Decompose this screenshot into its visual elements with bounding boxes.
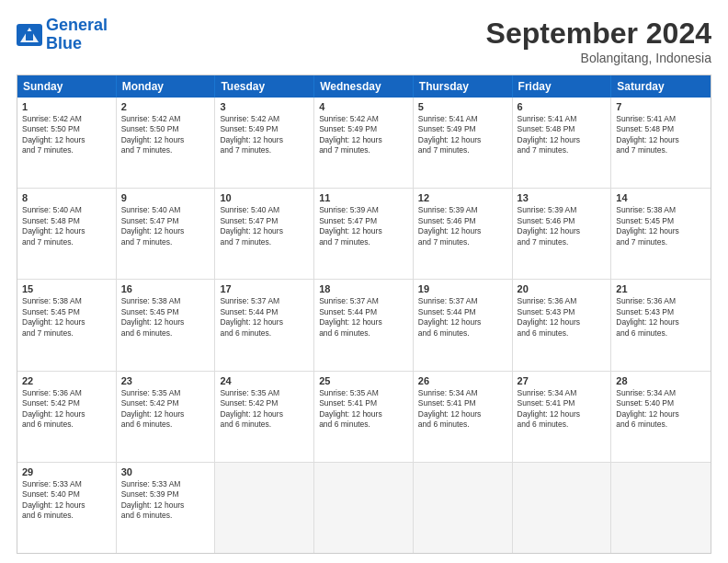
day-number: 6 — [518, 101, 607, 112]
header-day-wednesday: Wednesday — [314, 75, 414, 98]
day-number: 7 — [616, 101, 706, 112]
day-cell-30: 30Sunrise: 5:33 AM Sunset: 5:39 PM Dayli… — [117, 463, 216, 553]
header-day-tuesday: Tuesday — [215, 75, 314, 98]
day-cell-27: 27Sunrise: 5:34 AM Sunset: 5:41 PM Dayli… — [513, 372, 612, 462]
day-cell-3: 3Sunrise: 5:42 AM Sunset: 5:49 PM Daylig… — [215, 98, 314, 188]
empty-cell — [414, 463, 513, 553]
calendar-row-5: 29Sunrise: 5:33 AM Sunset: 5:40 PM Dayli… — [17, 463, 711, 553]
day-number: 19 — [418, 283, 507, 294]
calendar-body: 1Sunrise: 5:42 AM Sunset: 5:50 PM Daylig… — [17, 98, 711, 553]
day-cell-6: 6Sunrise: 5:41 AM Sunset: 5:48 PM Daylig… — [513, 98, 612, 188]
empty-cell — [215, 463, 314, 553]
day-info: Sunrise: 5:36 AM Sunset: 5:43 PM Dayligh… — [518, 296, 607, 339]
day-cell-29: 29Sunrise: 5:33 AM Sunset: 5:40 PM Dayli… — [17, 463, 117, 553]
day-number: 12 — [418, 192, 507, 203]
day-info: Sunrise: 5:42 AM Sunset: 5:49 PM Dayligh… — [319, 114, 408, 156]
day-cell-11: 11Sunrise: 5:39 AM Sunset: 5:47 PM Dayli… — [314, 189, 414, 279]
day-cell-2: 2Sunrise: 5:42 AM Sunset: 5:50 PM Daylig… — [117, 98, 216, 188]
day-info: Sunrise: 5:38 AM Sunset: 5:45 PM Dayligh… — [616, 205, 706, 247]
day-cell-21: 21Sunrise: 5:36 AM Sunset: 5:43 PM Dayli… — [611, 280, 711, 370]
day-number: 22 — [22, 375, 111, 386]
header-day-thursday: Thursday — [414, 75, 513, 98]
day-cell-17: 17Sunrise: 5:37 AM Sunset: 5:44 PM Dayli… — [215, 280, 314, 370]
day-info: Sunrise: 5:41 AM Sunset: 5:48 PM Dayligh… — [518, 114, 607, 156]
day-info: Sunrise: 5:40 AM Sunset: 5:47 PM Dayligh… — [121, 205, 210, 247]
day-number: 20 — [518, 283, 607, 294]
day-info: Sunrise: 5:41 AM Sunset: 5:48 PM Dayligh… — [616, 114, 706, 156]
day-number: 15 — [22, 283, 111, 294]
day-cell-13: 13Sunrise: 5:39 AM Sunset: 5:46 PM Dayli… — [513, 189, 612, 279]
day-info: Sunrise: 5:35 AM Sunset: 5:41 PM Dayligh… — [319, 388, 408, 431]
day-number: 1 — [22, 101, 111, 112]
location-title: Bolangitang, Indonesia — [486, 51, 711, 65]
day-cell-15: 15Sunrise: 5:38 AM Sunset: 5:45 PM Dayli… — [17, 280, 117, 370]
day-cell-1: 1Sunrise: 5:42 AM Sunset: 5:50 PM Daylig… — [17, 98, 117, 188]
logo-text: General Blue — [46, 17, 108, 53]
day-info: Sunrise: 5:39 AM Sunset: 5:47 PM Dayligh… — [319, 205, 408, 247]
day-info: Sunrise: 5:36 AM Sunset: 5:43 PM Dayligh… — [616, 296, 706, 339]
logo: General Blue — [17, 17, 108, 53]
day-number: 3 — [220, 101, 309, 112]
day-cell-14: 14Sunrise: 5:38 AM Sunset: 5:45 PM Dayli… — [611, 189, 711, 279]
day-number: 25 — [319, 375, 408, 386]
day-info: Sunrise: 5:33 AM Sunset: 5:40 PM Dayligh… — [22, 479, 111, 522]
day-info: Sunrise: 5:37 AM Sunset: 5:44 PM Dayligh… — [418, 296, 507, 339]
day-number: 24 — [220, 375, 309, 386]
day-cell-23: 23Sunrise: 5:35 AM Sunset: 5:42 PM Dayli… — [117, 372, 216, 462]
header-day-saturday: Saturday — [611, 75, 711, 98]
day-number: 8 — [22, 192, 111, 203]
day-info: Sunrise: 5:36 AM Sunset: 5:42 PM Dayligh… — [22, 388, 111, 431]
calendar: SundayMondayTuesdayWednesdayThursdayFrid… — [17, 75, 711, 554]
day-info: Sunrise: 5:38 AM Sunset: 5:45 PM Dayligh… — [22, 296, 111, 339]
day-cell-4: 4Sunrise: 5:42 AM Sunset: 5:49 PM Daylig… — [314, 98, 414, 188]
empty-cell — [513, 463, 612, 553]
month-title: September 2024 — [486, 17, 711, 51]
day-info: Sunrise: 5:34 AM Sunset: 5:41 PM Dayligh… — [418, 388, 507, 431]
day-number: 4 — [319, 101, 408, 112]
day-number: 13 — [518, 192, 607, 203]
calendar-row-1: 1Sunrise: 5:42 AM Sunset: 5:50 PM Daylig… — [17, 98, 711, 189]
day-cell-22: 22Sunrise: 5:36 AM Sunset: 5:42 PM Dayli… — [17, 372, 117, 462]
day-info: Sunrise: 5:42 AM Sunset: 5:50 PM Dayligh… — [121, 114, 210, 156]
empty-cell — [314, 463, 414, 553]
day-info: Sunrise: 5:41 AM Sunset: 5:49 PM Dayligh… — [418, 114, 507, 156]
header-day-sunday: Sunday — [17, 75, 117, 98]
day-number: 10 — [220, 192, 309, 203]
day-number: 30 — [121, 466, 210, 477]
day-cell-18: 18Sunrise: 5:37 AM Sunset: 5:44 PM Dayli… — [314, 280, 414, 370]
calendar-header: SundayMondayTuesdayWednesdayThursdayFrid… — [17, 75, 711, 98]
day-number: 16 — [121, 283, 210, 294]
day-cell-10: 10Sunrise: 5:40 AM Sunset: 5:47 PM Dayli… — [215, 189, 314, 279]
day-cell-20: 20Sunrise: 5:36 AM Sunset: 5:43 PM Dayli… — [513, 280, 612, 370]
day-info: Sunrise: 5:35 AM Sunset: 5:42 PM Dayligh… — [220, 388, 309, 431]
day-number: 5 — [418, 101, 507, 112]
header-day-monday: Monday — [117, 75, 216, 98]
day-cell-5: 5Sunrise: 5:41 AM Sunset: 5:49 PM Daylig… — [414, 98, 513, 188]
day-number: 28 — [616, 375, 706, 386]
day-info: Sunrise: 5:33 AM Sunset: 5:39 PM Dayligh… — [121, 479, 210, 522]
day-info: Sunrise: 5:39 AM Sunset: 5:46 PM Dayligh… — [418, 205, 507, 247]
svg-rect-2 — [26, 31, 33, 40]
day-number: 26 — [418, 375, 507, 386]
day-cell-9: 9Sunrise: 5:40 AM Sunset: 5:47 PM Daylig… — [117, 189, 216, 279]
day-cell-25: 25Sunrise: 5:35 AM Sunset: 5:41 PM Dayli… — [314, 372, 414, 462]
day-info: Sunrise: 5:35 AM Sunset: 5:42 PM Dayligh… — [121, 388, 210, 431]
day-number: 27 — [518, 375, 607, 386]
header: General Blue September 2024 Bolangitang,… — [17, 17, 711, 65]
page: General Blue September 2024 Bolangitang,… — [0, 0, 728, 563]
day-number: 11 — [319, 192, 408, 203]
day-info: Sunrise: 5:40 AM Sunset: 5:47 PM Dayligh… — [220, 205, 309, 247]
day-number: 14 — [616, 192, 706, 203]
day-info: Sunrise: 5:37 AM Sunset: 5:44 PM Dayligh… — [220, 296, 309, 339]
day-cell-28: 28Sunrise: 5:34 AM Sunset: 5:40 PM Dayli… — [611, 372, 711, 462]
title-block: September 2024 Bolangitang, Indonesia — [486, 17, 711, 65]
day-number: 21 — [616, 283, 706, 294]
day-number: 17 — [220, 283, 309, 294]
day-number: 18 — [319, 283, 408, 294]
day-info: Sunrise: 5:38 AM Sunset: 5:45 PM Dayligh… — [121, 296, 210, 339]
day-info: Sunrise: 5:42 AM Sunset: 5:50 PM Dayligh… — [22, 114, 111, 156]
day-number: 23 — [121, 375, 210, 386]
day-number: 2 — [121, 101, 210, 112]
logo-icon — [17, 24, 42, 46]
day-cell-16: 16Sunrise: 5:38 AM Sunset: 5:45 PM Dayli… — [117, 280, 216, 370]
